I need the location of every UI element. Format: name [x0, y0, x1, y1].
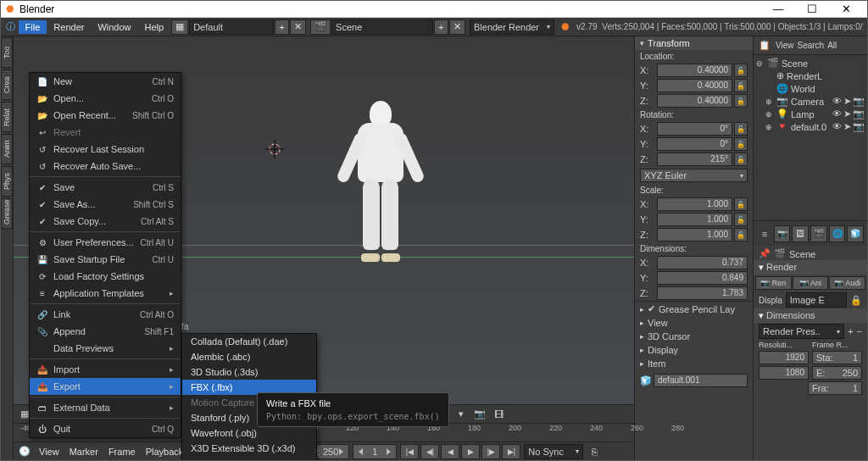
keyframe-next-button[interactable]: |▶	[481, 444, 500, 459]
current-frame-field[interactable]: 1	[353, 444, 397, 459]
outliner-search[interactable]: Search	[798, 41, 825, 50]
file-menu-item[interactable]: ↺Recover Last Session	[30, 141, 181, 158]
render-preset-dropdown[interactable]: Render Pres..▾	[759, 324, 844, 339]
file-menu-item[interactable]: 📂Open...Ctrl O	[30, 90, 181, 107]
jump-end-button[interactable]: ▶|	[502, 444, 520, 459]
screen-layout-field[interactable]: Default	[189, 19, 274, 35]
lock-icon[interactable]: 🔓	[734, 79, 748, 92]
toolshelf-tab[interactable]: Crea	[1, 69, 13, 100]
file-menu-item[interactable]: ↺Recover Auto Save...	[30, 158, 181, 175]
export-menu-item[interactable]: Collada (Default) (.dae)	[182, 334, 316, 349]
info-editor-icon[interactable]: ⓘ	[4, 19, 18, 35]
frame-start-field[interactable]: Sta:1	[812, 351, 862, 364]
file-menu-item[interactable]: ✔Save Copy...Ctrl Alt S	[30, 213, 181, 230]
window-close-button[interactable]: ✕	[830, 2, 862, 17]
thdr-view[interactable]: View	[36, 447, 63, 457]
lock-icon[interactable]: 🔓	[734, 137, 748, 151]
outliner-editor-icon[interactable]: 📋	[757, 38, 772, 53]
toolshelf-tab[interactable]: Grease Pen	[1, 198, 13, 229]
outliner-item[interactable]: ⊕RenderL	[754, 69, 867, 82]
scene-remove-button[interactable]: ✕	[449, 19, 465, 35]
rotation-mode-dropdown[interactable]: XYZ Euler▾	[640, 169, 748, 182]
file-menu-item[interactable]: 📥Import▸	[30, 361, 181, 378]
thdr-frame[interactable]: Frame	[105, 447, 139, 457]
layout-add-button[interactable]: +	[275, 19, 288, 35]
outliner[interactable]: ⊖🎬Scene⊕RenderL🌐World⊕📷Camera👁➤📷⊕💡Lamp👁➤…	[754, 55, 867, 220]
file-menu-item[interactable]: Data Previews▸	[30, 340, 181, 357]
loc-y-field[interactable]: 0.40000	[657, 79, 732, 92]
file-menu-item[interactable]: 📤Export▸	[30, 378, 181, 395]
menu-window[interactable]: Window	[91, 20, 137, 34]
outliner-item[interactable]: ⊕💡Lamp👁➤📷	[754, 108, 867, 120]
display-mode-dropdown[interactable]: Image E	[786, 292, 847, 308]
lock-icon[interactable]: 🔓	[734, 122, 748, 136]
file-menu-item[interactable]: 💾Save Startup FileCtrl U	[30, 251, 181, 268]
item-name-field[interactable]: default.001	[654, 374, 748, 387]
render-tab-button[interactable]: 📷 Audi	[829, 276, 865, 290]
file-menu-item[interactable]: 🔗LinkCtrl Alt O	[30, 306, 181, 323]
collapsed-panel-header[interactable]: ▸Display	[635, 343, 753, 357]
scene-field[interactable]: Scene	[331, 19, 433, 35]
export-menu-item[interactable]: X3D Extensible 3D (.x3d)	[182, 441, 316, 456]
file-menu-item[interactable]: ⟳Load Factory Settings	[30, 268, 181, 285]
lock-icon[interactable]: 🔓	[734, 64, 748, 77]
scl-z-field[interactable]: 1.000	[657, 228, 732, 242]
toolshelf-tab[interactable]: Anim	[1, 134, 13, 164]
toolshelf-tab[interactable]: Too	[1, 37, 13, 68]
scene-add-button[interactable]: +	[434, 19, 448, 35]
frame-step-field[interactable]: Fra:1	[808, 381, 862, 395]
file-menu-item[interactable]: 🗃External Data▸	[30, 399, 181, 416]
sync-mode-dropdown[interactable]: No Sync▾	[524, 444, 583, 459]
lock-icon[interactable]: 🔓	[734, 213, 748, 226]
render-panel-header[interactable]: ▾ Render	[754, 260, 867, 275]
object-tab-icon[interactable]: 🧊	[847, 225, 864, 242]
lock-icon[interactable]: 🔒	[850, 295, 862, 306]
render-preview-icon[interactable]: 📷	[472, 407, 487, 422]
render-tab-icon[interactable]: 📷	[774, 225, 791, 242]
scene-tab-icon[interactable]: 🎬	[810, 225, 827, 242]
render-engine-dropdown[interactable]: Blender Render▾	[470, 19, 554, 35]
loc-x-field[interactable]: 0.40000	[657, 64, 732, 77]
lock-icon[interactable]: 🔓	[734, 94, 748, 108]
export-menu-item[interactable]: Stl (.stl)	[182, 456, 316, 460]
render-tab-button[interactable]: 📷 Ren	[755, 276, 792, 290]
toolshelf-tab[interactable]: Relat	[1, 102, 13, 132]
snap-target-icon[interactable]: ▾	[453, 407, 469, 422]
rot-y-field[interactable]: 0°	[657, 137, 732, 151]
window-minimize-button[interactable]: —	[762, 2, 794, 17]
export-menu-item[interactable]: Alembic (.abc)	[182, 349, 316, 364]
collapsed-panel-header[interactable]: ▸3D Cursor	[635, 330, 753, 343]
file-menu-dropdown[interactable]: 📄NewCtrl N📂Open...Ctrl O📂Open Recent...S…	[29, 72, 181, 438]
rot-z-field[interactable]: 215°	[657, 153, 732, 166]
play-button[interactable]: ▶	[461, 444, 480, 459]
file-menu-item[interactable]: 📂Open Recent...Shift Ctrl O	[30, 107, 181, 124]
renderlayers-tab-icon[interactable]: 🖼	[792, 225, 809, 242]
preset-add-button[interactable]: +	[848, 326, 853, 336]
lock-icon[interactable]: 🔓	[734, 228, 748, 242]
layout-layers-icon[interactable]: ▦	[171, 19, 188, 35]
thdr-marker[interactable]: Marker	[66, 447, 102, 457]
outliner-item[interactable]: ⊖🎬Scene	[754, 57, 867, 69]
world-tab-icon[interactable]: 🌐	[829, 225, 846, 242]
file-menu-item[interactable]: ✔Save As...Shift Ctrl S	[30, 196, 181, 213]
layout-remove-button[interactable]: ✕	[290, 19, 306, 35]
collapsed-panel-header[interactable]: ▸✔Grease Pencil Lay	[635, 302, 753, 316]
collapsed-panel-header[interactable]: ▸Item	[635, 357, 753, 370]
lock-icon[interactable]: 🔓	[734, 197, 748, 211]
render-anim-icon[interactable]: 🎞	[491, 407, 506, 422]
scene-browse-icon[interactable]: 🎬	[310, 19, 331, 35]
loc-z-field[interactable]: 0.40000	[657, 94, 732, 108]
rot-x-field[interactable]: 0°	[657, 122, 732, 136]
dim-z-field[interactable]: 1.783	[657, 286, 748, 300]
file-menu-item[interactable]: ⏻QuitCtrl Q	[30, 420, 181, 437]
file-menu-item[interactable]: ⚙User Preferences...Ctrl Alt U	[30, 234, 181, 251]
frame-end-field[interactable]: E:250	[812, 366, 862, 380]
window-maximize-button[interactable]: ☐	[796, 2, 828, 17]
preset-remove-button[interactable]: −	[857, 326, 862, 336]
pin-icon[interactable]: 📌	[759, 248, 771, 259]
collapsed-panel-header[interactable]: ▸View	[635, 316, 753, 330]
lock-icon[interactable]: 🔓	[734, 153, 748, 166]
jump-start-button[interactable]: |◀	[400, 444, 419, 459]
character-mesh[interactable]	[342, 101, 419, 262]
scl-x-field[interactable]: 1.000	[657, 197, 732, 211]
